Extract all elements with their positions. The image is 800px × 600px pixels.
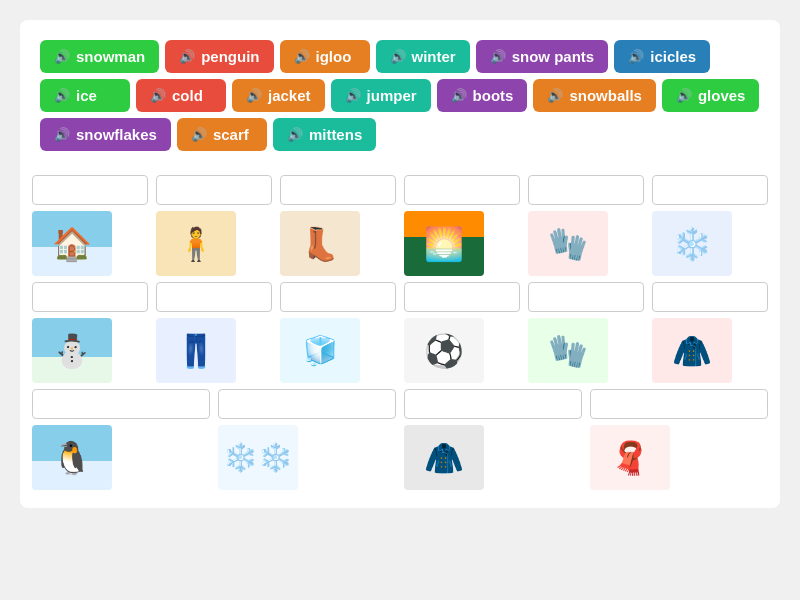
word-btn-icicles[interactable]: 🔊 icicles [614, 40, 710, 73]
image-row-3: 🐧 ❄️❄️ 🧥 🧣 [32, 425, 768, 490]
word-btn-penguin[interactable]: 🔊 penguin [165, 40, 273, 73]
image-igloo: 🏠 [32, 211, 112, 276]
drop-box-3-3[interactable] [404, 389, 582, 419]
speaker-icon: 🔊 [191, 127, 207, 142]
image-winter-scene: 🌅 [404, 211, 484, 276]
word-btn-snowman[interactable]: 🔊 snowman [40, 40, 159, 73]
speaker-icon: 🔊 [451, 88, 467, 103]
image-jumper: 🧥 [652, 318, 732, 383]
drop-box-1-2[interactable] [156, 175, 272, 205]
word-btn-ice[interactable]: 🔊 ice [40, 79, 130, 112]
image-icicles-snow: ❄️ [652, 211, 732, 276]
word-btn-snowflakes[interactable]: 🔊 snowflakes [40, 118, 171, 151]
speaker-icon: 🔊 [150, 88, 166, 103]
image-icicles: 🧊 [280, 318, 360, 383]
speaker-icon: 🔊 [54, 88, 70, 103]
speaker-icon: 🔊 [390, 49, 406, 64]
drop-box-1-6[interactable] [652, 175, 768, 205]
word-btn-gloves[interactable]: 🔊 gloves [662, 79, 760, 112]
word-btn-winter[interactable]: 🔊 winter [376, 40, 470, 73]
image-person: 🧍 [156, 211, 236, 276]
drop-row-3-boxes [32, 389, 768, 419]
speaker-icon: 🔊 [490, 49, 506, 64]
image-snowballs: ⚽ [404, 318, 484, 383]
image-scarf: 🧣 [590, 425, 670, 490]
speaker-icon: 🔊 [179, 49, 195, 64]
word-bank: 🔊 snowman 🔊 penguin 🔊 igloo 🔊 winter 🔊 s… [32, 32, 768, 159]
image-row-2: ⛄ 👖 🧊 ⚽ 🧤 🧥 [32, 318, 768, 383]
drop-box-3-4[interactable] [590, 389, 768, 419]
speaker-icon: 🔊 [294, 49, 310, 64]
drop-box-2-4[interactable] [404, 282, 520, 312]
drop-box-2-6[interactable] [652, 282, 768, 312]
drop-box-2-3[interactable] [280, 282, 396, 312]
image-gloves: 🧤 [528, 318, 608, 383]
image-snowman: ⛄ [32, 318, 112, 383]
drop-box-2-2[interactable] [156, 282, 272, 312]
image-penguin: 🐧 [32, 425, 112, 490]
speaker-icon: 🔊 [345, 88, 361, 103]
speaker-icon: 🔊 [287, 127, 303, 142]
image-snow-pants: 👖 [156, 318, 236, 383]
drop-box-1-4[interactable] [404, 175, 520, 205]
image-mittens: 🧤 [528, 211, 608, 276]
speaker-icon: 🔊 [547, 88, 563, 103]
drop-box-3-2[interactable] [218, 389, 396, 419]
word-btn-snowballs[interactable]: 🔊 snowballs [533, 79, 656, 112]
drop-row-1-boxes [32, 175, 768, 205]
drop-box-1-3[interactable] [280, 175, 396, 205]
word-btn-scarf[interactable]: 🔊 scarf [177, 118, 267, 151]
image-boots: 👢 [280, 211, 360, 276]
word-btn-mittens[interactable]: 🔊 mittens [273, 118, 376, 151]
drop-row-2-boxes [32, 282, 768, 312]
word-btn-boots[interactable]: 🔊 boots [437, 79, 528, 112]
word-btn-cold[interactable]: 🔊 cold [136, 79, 226, 112]
word-btn-snow-pants[interactable]: 🔊 snow pants [476, 40, 609, 73]
speaker-icon: 🔊 [628, 49, 644, 64]
word-btn-jumper[interactable]: 🔊 jumper [331, 79, 431, 112]
speaker-icon: 🔊 [246, 88, 262, 103]
drop-box-2-1[interactable] [32, 282, 148, 312]
drop-box-1-1[interactable] [32, 175, 148, 205]
image-row-1: 🏠 🧍 👢 🌅 🧤 ❄️ [32, 211, 768, 276]
main-container: 🔊 snowman 🔊 penguin 🔊 igloo 🔊 winter 🔊 s… [20, 20, 780, 508]
speaker-icon: 🔊 [54, 127, 70, 142]
word-btn-igloo[interactable]: 🔊 igloo [280, 40, 370, 73]
speaker-icon: 🔊 [676, 88, 692, 103]
image-snowflakes: ❄️❄️ [218, 425, 298, 490]
image-jacket: 🧥 [404, 425, 484, 490]
word-btn-jacket[interactable]: 🔊 jacket [232, 79, 325, 112]
drop-box-3-1[interactable] [32, 389, 210, 419]
drop-box-1-5[interactable] [528, 175, 644, 205]
drop-box-2-5[interactable] [528, 282, 644, 312]
speaker-icon: 🔊 [54, 49, 70, 64]
